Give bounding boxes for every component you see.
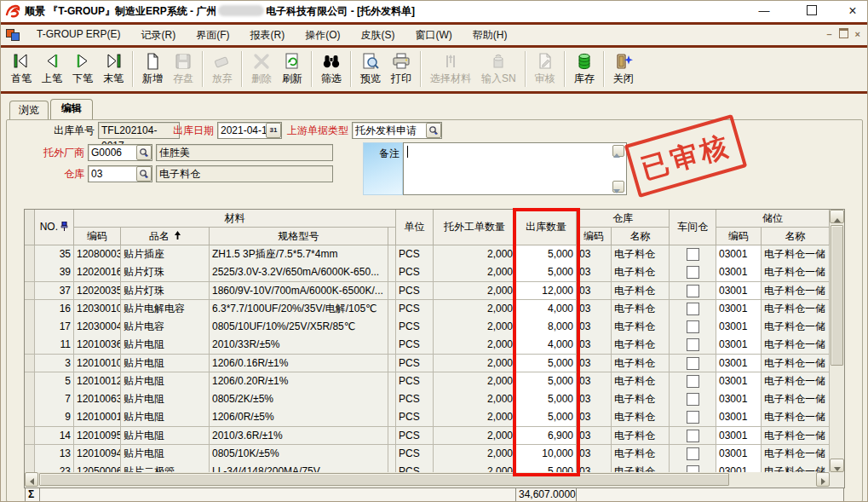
grid-vscrollbar[interactable] xyxy=(830,210,844,472)
cell-unit[interactable]: PCS xyxy=(396,372,434,391)
scroll-left-button[interactable] xyxy=(25,472,38,487)
cell-order_qty[interactable]: 2,000 xyxy=(434,282,516,301)
cell-wh_name[interactable]: 电子料仓 xyxy=(612,245,670,264)
cell-loc_name[interactable]: 电子料仓一储 xyxy=(762,372,830,391)
cell-workshop[interactable] xyxy=(670,408,716,427)
cell-out_qty[interactable]: 5,000 xyxy=(516,263,577,282)
cell-loc_code[interactable]: 03001 xyxy=(716,263,762,282)
cell-name[interactable]: 贴片电阻 xyxy=(121,445,210,464)
cell-out_qty[interactable]: 4,000 xyxy=(516,300,577,319)
cell-no[interactable]: 9 xyxy=(35,408,74,427)
cell-unit[interactable]: PCS xyxy=(396,408,434,427)
cell-loc_name[interactable]: 电子料仓一储 xyxy=(762,427,830,446)
cell-loc_name[interactable]: 电子料仓一储 xyxy=(762,355,830,373)
cell-unit[interactable]: PCS xyxy=(396,427,434,446)
cell-order_qty[interactable]: 2,000 xyxy=(434,372,516,391)
cell-name[interactable]: 贴片电阻 xyxy=(121,390,210,409)
cell-out_qty[interactable]: 12,000 xyxy=(516,282,577,301)
cell-out_qty[interactable]: 5,000 xyxy=(516,463,577,472)
cell-out_qty[interactable]: 5,000 xyxy=(516,355,577,373)
menu-item[interactable]: 操作(O) xyxy=(295,26,350,45)
cell-wh_code[interactable]: 03 xyxy=(577,390,612,409)
header-out_qty[interactable]: 出库数量 xyxy=(516,210,577,245)
cell-loc_name[interactable]: 电子料仓一储 xyxy=(762,408,830,427)
header-material-group[interactable]: 材料 xyxy=(74,210,396,228)
cell-order_qty[interactable]: 2,000 xyxy=(434,463,516,472)
mdi-close-icon[interactable]: × xyxy=(855,28,860,40)
upstream-lookup-button[interactable] xyxy=(426,123,441,138)
cell-no[interactable]: 11 xyxy=(35,336,74,355)
vendor-lookup-button[interactable] xyxy=(136,145,152,160)
cell-out_qty[interactable]: 6,900 xyxy=(516,427,577,446)
minimize-button[interactable]: — xyxy=(752,3,776,20)
cell-code[interactable]: 12010036 xyxy=(74,336,121,355)
toolbar-button-nav-last[interactable]: 末笔 xyxy=(98,50,129,88)
cell-wh_name[interactable]: 电子料仓 xyxy=(612,372,670,391)
toolbar-button-binoculars[interactable]: 筛选 xyxy=(316,50,347,88)
cell-spec[interactable]: 0805/10UF/10%/25V/X5R/85℃ xyxy=(210,318,388,337)
cell-unit[interactable]: PCS xyxy=(396,263,434,282)
cell-unit[interactable]: PCS xyxy=(396,336,434,355)
cell-no[interactable]: 35 xyxy=(35,245,74,264)
toolbar-button-close-door[interactable]: 关闭 xyxy=(608,50,639,88)
cell-loc_code[interactable]: 03001 xyxy=(716,463,762,472)
cell-order_qty[interactable]: 2,000 xyxy=(434,300,516,319)
header-name[interactable]: 品名 xyxy=(121,228,210,245)
header-loc_code[interactable]: 编码 xyxy=(716,228,762,245)
cell-spec[interactable]: 2010/3.6R/±1% xyxy=(210,427,388,446)
workshop-checkbox[interactable] xyxy=(687,430,699,442)
cell-spec[interactable]: 1206/0.16R/±1% xyxy=(210,355,388,373)
cell-code[interactable]: 12080003 xyxy=(74,245,121,264)
cell-wh_code[interactable]: 03 xyxy=(577,263,612,282)
cell-wh_name[interactable]: 电子料仓 xyxy=(612,445,670,464)
cell-wh_name[interactable]: 电子料仓 xyxy=(612,355,670,373)
header-order_qty[interactable]: 托外工单数量 xyxy=(434,210,516,245)
cell-loc_name[interactable]: 电子料仓一储 xyxy=(762,390,830,409)
cell-unit[interactable]: PCS xyxy=(396,245,434,264)
workshop-checkbox[interactable] xyxy=(687,393,699,406)
header-no[interactable]: NO. xyxy=(35,210,74,245)
cell-workshop[interactable] xyxy=(670,245,716,264)
cell-name[interactable]: 贴片插座 xyxy=(121,245,210,264)
cell-loc_code[interactable]: 03001 xyxy=(716,318,762,337)
cell-wh_code[interactable]: 03 xyxy=(577,372,612,391)
cell-name[interactable]: 贴片电阻 xyxy=(121,336,210,355)
calendar-button[interactable]: 31 xyxy=(266,123,281,138)
header-workshop[interactable]: 车间仓 xyxy=(670,210,716,245)
cell-wh_name[interactable]: 电子料仓 xyxy=(612,463,670,472)
toolbar-button-new-doc[interactable]: 新增 xyxy=(137,50,168,88)
cell-loc_name[interactable]: 电子料仓一储 xyxy=(762,263,830,282)
cell-code[interactable]: 12010012 xyxy=(74,372,121,391)
cell-spec[interactable]: 1206/0.20R/±1% xyxy=(210,372,388,391)
cell-no[interactable]: 37 xyxy=(35,282,74,301)
cell-spec[interactable]: 1860/9V-10V/700mA/6000K-6500K/... xyxy=(210,282,388,301)
workshop-checkbox[interactable] xyxy=(687,248,699,261)
header-location-group[interactable]: 储位 xyxy=(716,210,830,228)
header-spec[interactable]: 规格型号 xyxy=(210,228,388,245)
scroll-down-button[interactable] xyxy=(830,459,844,472)
scroll-right-button[interactable] xyxy=(816,472,830,487)
cell-loc_name[interactable]: 电子料仓一储 xyxy=(762,336,830,355)
cell-loc_code[interactable]: 03001 xyxy=(716,427,762,446)
cell-wh_code[interactable]: 03 xyxy=(577,445,612,464)
header-wh_name[interactable]: 名称 xyxy=(612,228,670,245)
cell-unit[interactable]: PCS xyxy=(396,390,434,409)
header-loc_name[interactable]: 名称 xyxy=(762,228,830,245)
cell-loc_code[interactable]: 03001 xyxy=(716,390,762,409)
cell-workshop[interactable] xyxy=(670,263,716,282)
cell-name[interactable]: 贴片灯珠 xyxy=(121,282,210,301)
cell-name[interactable]: 贴片电阻 xyxy=(121,372,210,391)
cell-workshop[interactable] xyxy=(670,282,716,301)
cell-out_qty[interactable]: 4,000 xyxy=(516,336,577,355)
cell-unit[interactable]: PCS xyxy=(396,282,434,301)
mdi-restore-icon[interactable] xyxy=(839,28,848,38)
cell-wh_name[interactable]: 电子料仓 xyxy=(612,336,670,355)
menu-item[interactable]: 帮助(H) xyxy=(463,26,518,45)
cell-spec[interactable]: LL-34/4148/200MA/75V xyxy=(210,463,388,472)
cell-order_qty[interactable]: 2,000 xyxy=(434,390,516,409)
cell-no[interactable]: 7 xyxy=(35,390,74,409)
cell-no[interactable]: 3 xyxy=(35,355,74,373)
mdi-minimize-icon[interactable]: – xyxy=(826,28,831,40)
cell-wh_name[interactable]: 电子料仓 xyxy=(612,263,670,282)
cell-loc_code[interactable]: 03001 xyxy=(716,355,762,373)
